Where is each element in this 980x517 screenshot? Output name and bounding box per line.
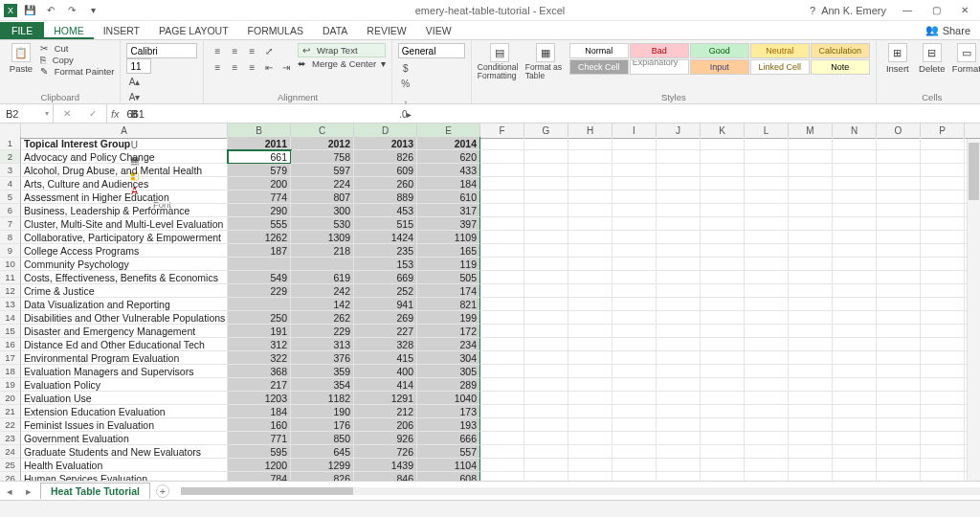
cell-L17[interactable] [745, 351, 789, 365]
cell-O20[interactable] [877, 392, 921, 405]
cell-P12[interactable] [921, 284, 965, 298]
cell-L15[interactable] [745, 325, 789, 338]
cell-J11[interactable] [657, 271, 701, 284]
cell-P15[interactable] [921, 325, 965, 338]
align-left-icon[interactable]: ≡ [210, 59, 225, 75]
enter-formula-icon[interactable]: ✓ [89, 108, 97, 119]
formula-input[interactable]: 661 [123, 108, 980, 120]
cell-G22[interactable] [524, 418, 568, 432]
cell-N14[interactable] [833, 311, 877, 325]
cell-G1[interactable] [524, 137, 568, 150]
cell-A5[interactable]: Assessment in Higher Education [21, 191, 228, 204]
cell-F1[interactable] [480, 137, 524, 150]
cell-P25[interactable] [921, 459, 965, 472]
user-name[interactable]: Ann K. Emery [821, 5, 886, 16]
cell-P9[interactable] [921, 244, 965, 258]
cell-I4[interactable] [612, 177, 657, 191]
cell-F22[interactable] [480, 418, 524, 432]
paste-button[interactable]: 📋 Paste [6, 43, 36, 74]
cell-E18[interactable]: 305 [417, 365, 480, 378]
cell-P8[interactable] [921, 231, 965, 244]
font-size-combo[interactable]: 11 [126, 58, 151, 74]
cell-M16[interactable] [789, 338, 833, 351]
cell-A17[interactable]: Environmental Program Evaluation [21, 351, 228, 365]
cell-J10[interactable] [657, 258, 701, 271]
cell-O17[interactable] [877, 351, 921, 365]
style-check-cell[interactable]: Check Cell [569, 59, 629, 75]
cell-F9[interactable] [480, 244, 524, 258]
cell-B20[interactable]: 1203 [228, 392, 291, 405]
cell-D8[interactable]: 1424 [354, 231, 417, 244]
cell-E25[interactable]: 1104 [417, 459, 480, 472]
cell-B10[interactable] [228, 258, 291, 271]
cell-I19[interactable] [612, 378, 657, 392]
cell-N11[interactable] [833, 271, 877, 284]
cell-D19[interactable]: 414 [354, 378, 417, 392]
cell-styles-gallery[interactable]: NormalBadGoodNeutralCalculationCheck Cel… [569, 43, 870, 75]
cell-O7[interactable] [877, 217, 921, 231]
cell-J6[interactable] [657, 204, 701, 217]
cell-I16[interactable] [612, 338, 657, 351]
cell-I12[interactable] [612, 284, 657, 298]
cell-B6[interactable]: 290 [228, 204, 291, 217]
number-format-combo[interactable]: General [398, 43, 465, 58]
cell-E19[interactable]: 289 [417, 378, 480, 392]
font-name-combo[interactable]: Calibri [126, 43, 197, 58]
cell-N13[interactable] [833, 298, 877, 311]
cell-B4[interactable]: 200 [228, 177, 291, 191]
cell-C6[interactable]: 300 [291, 204, 354, 217]
cell-E6[interactable]: 317 [417, 204, 480, 217]
cell-F23[interactable] [480, 432, 524, 445]
tab-home[interactable]: HOME [44, 22, 94, 39]
row-header-20[interactable]: 20 [0, 392, 21, 405]
cell-J13[interactable] [657, 298, 701, 311]
cell-C4[interactable]: 224 [291, 177, 354, 191]
cell-E2[interactable]: 620 [417, 150, 480, 164]
cell-H4[interactable] [568, 177, 612, 191]
cell-F14[interactable] [480, 311, 524, 325]
cell-H7[interactable] [568, 217, 612, 231]
cell-H24[interactable] [568, 445, 612, 459]
cell-M8[interactable] [789, 231, 833, 244]
cell-K2[interactable] [701, 150, 745, 164]
cell-N22[interactable] [833, 418, 877, 432]
cell-D11[interactable]: 669 [354, 271, 417, 284]
new-sheet-button[interactable]: + [156, 484, 169, 498]
cell-N3[interactable] [833, 164, 877, 177]
cell-D16[interactable]: 328 [354, 338, 417, 351]
cell-J3[interactable] [657, 164, 701, 177]
cell-P14[interactable] [921, 311, 965, 325]
cell-D18[interactable]: 400 [354, 365, 417, 378]
cell-N6[interactable] [833, 204, 877, 217]
cell-L11[interactable] [745, 271, 789, 284]
cell-F6[interactable] [480, 204, 524, 217]
horizontal-scrollbar[interactable] [181, 485, 980, 497]
cell-O26[interactable] [877, 472, 921, 481]
cell-G15[interactable] [524, 325, 568, 338]
cell-D22[interactable]: 206 [354, 418, 417, 432]
cell-H15[interactable] [568, 325, 612, 338]
cell-I18[interactable] [612, 365, 657, 378]
cell-G11[interactable] [524, 271, 568, 284]
cell-J21[interactable] [657, 405, 701, 418]
cell-F11[interactable] [480, 271, 524, 284]
cell-B18[interactable]: 368 [228, 365, 291, 378]
cell-L1[interactable] [745, 137, 789, 150]
cell-F15[interactable] [480, 325, 524, 338]
style-good[interactable]: Good [690, 43, 749, 58]
cell-L24[interactable] [745, 445, 789, 459]
qat-redo-icon[interactable]: ↷ [63, 2, 80, 19]
cell-D15[interactable]: 227 [354, 325, 417, 338]
tab-review[interactable]: REVIEW [357, 22, 415, 39]
align-center-icon[interactable]: ≡ [227, 59, 242, 75]
cell-E10[interactable]: 119 [417, 258, 480, 271]
cell-N9[interactable] [833, 244, 877, 258]
cell-D2[interactable]: 826 [354, 150, 417, 164]
cell-M11[interactable] [789, 271, 833, 284]
cell-F5[interactable] [480, 191, 524, 204]
cell-D21[interactable]: 212 [354, 405, 417, 418]
cell-E4[interactable]: 184 [417, 177, 480, 191]
cell-D12[interactable]: 252 [354, 284, 417, 298]
cell-I14[interactable] [612, 311, 657, 325]
cell-N8[interactable] [833, 231, 877, 244]
